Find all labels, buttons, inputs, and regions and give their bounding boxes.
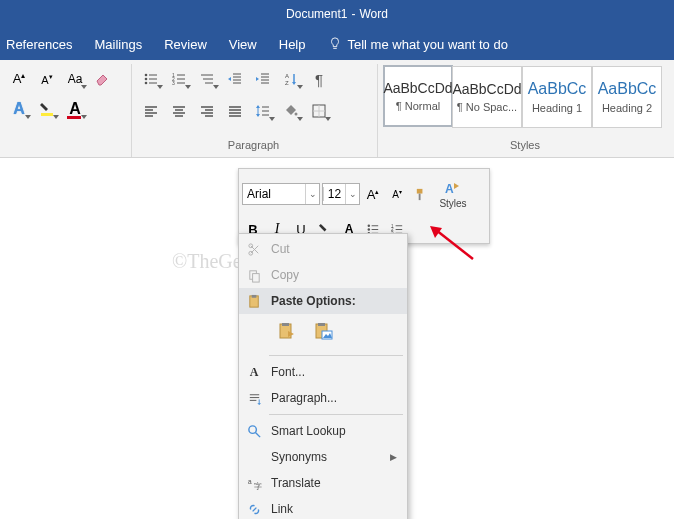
paragraph-icon (245, 389, 263, 407)
mini-font-size-combo[interactable]: 12 ⌄ (322, 183, 360, 205)
mini-styles-button[interactable]: A Styles (436, 172, 470, 216)
align-left-button[interactable] (138, 98, 164, 124)
title-separator: - (351, 7, 355, 21)
ctx-paragraph[interactable]: Paragraph... (239, 385, 407, 411)
svg-text:Z: Z (285, 80, 289, 86)
tab-references[interactable]: References (6, 37, 72, 52)
lightbulb-icon (328, 37, 342, 51)
ctx-paragraph-label: Paragraph... (271, 391, 397, 405)
svg-rect-23 (252, 273, 259, 281)
shrink-font-button[interactable]: A▾ (34, 66, 60, 92)
context-menu: Cut Copy Paste Options: A Font... Paragr… (238, 233, 408, 519)
mini-grow-font[interactable]: A▴ (362, 183, 384, 205)
multilevel-list-button[interactable] (194, 66, 220, 92)
svg-text:A: A (445, 182, 454, 196)
ctx-font[interactable]: A Font... (239, 359, 407, 385)
tab-review[interactable]: Review (164, 37, 207, 52)
svg-text:a: a (247, 477, 251, 484)
svg-point-14 (367, 228, 369, 230)
text-effects-button[interactable]: A (6, 96, 32, 122)
numbering-button[interactable]: 123 (166, 66, 192, 92)
mini-styles-label: Styles (439, 198, 466, 209)
clear-formatting-button[interactable] (90, 66, 116, 92)
app-name: Word (359, 7, 387, 21)
tell-me-search[interactable]: Tell me what you want to do (328, 37, 508, 52)
justify-button[interactable] (222, 98, 248, 124)
style-heading-2[interactable]: AaBbCc Heading 2 (592, 66, 662, 128)
align-center-button[interactable] (166, 98, 192, 124)
change-case-button[interactable]: Aa (62, 66, 88, 92)
style-caption: Heading 2 (602, 102, 652, 114)
chevron-down-icon: ⌄ (305, 184, 319, 204)
title-bar: Document1 - Word (0, 0, 674, 28)
chevron-right-icon: ▶ (390, 452, 397, 462)
grow-font-button[interactable]: A▴ (6, 66, 32, 92)
bullets-button[interactable] (138, 66, 164, 92)
ctx-separator (269, 414, 403, 415)
ctx-copy-label: Copy (271, 268, 397, 282)
decrease-indent-button[interactable] (222, 66, 248, 92)
eraser-icon (95, 71, 111, 87)
align-right-button[interactable] (194, 98, 220, 124)
document-area[interactable]: ©TheGeekPage.com Arial ⌄ 12 ⌄ A▴ A▾ A St… (0, 158, 674, 519)
style-normal[interactable]: AaBbCcDd ¶ Normal (383, 65, 453, 127)
clipboard-icon (245, 292, 263, 310)
style-caption: Heading 1 (532, 102, 582, 114)
svg-rect-0 (41, 113, 53, 116)
svg-text:字: 字 (253, 482, 261, 491)
ctx-translate[interactable]: a字 Translate (239, 470, 407, 496)
paintbrush-icon (414, 187, 429, 202)
ctx-smart-lookup[interactable]: Smart Lookup (239, 418, 407, 444)
blank-icon (245, 448, 263, 466)
numbering-icon: 123 (171, 71, 187, 87)
document-name: Document1 (286, 7, 347, 21)
tab-help[interactable]: Help (279, 37, 306, 52)
mini-font-name: Arial (243, 187, 305, 201)
svg-rect-27 (282, 323, 289, 326)
ribbon-group-paragraph: 123 AZ ¶ Paragraph (132, 64, 378, 157)
paste-keep-source[interactable] (273, 318, 301, 346)
tab-mailings[interactable]: Mailings (94, 37, 142, 52)
annotation-arrow (428, 224, 478, 264)
svg-point-31 (248, 425, 256, 433)
mini-shrink-font[interactable]: A▾ (386, 183, 408, 205)
style-sample: AaBbCc (528, 80, 587, 98)
ctx-link[interactable]: Link (239, 496, 407, 519)
styles-icon: A (444, 180, 462, 198)
show-marks-button[interactable]: ¶ (306, 66, 332, 92)
borders-icon (311, 103, 327, 119)
mini-format-painter[interactable] (410, 183, 432, 205)
svg-point-2 (145, 78, 148, 81)
style-caption: ¶ No Spac... (457, 101, 517, 113)
outdent-icon (227, 71, 243, 87)
bullets-icon (143, 71, 159, 87)
borders-button[interactable] (306, 98, 332, 124)
ctx-cut[interactable]: Cut (239, 236, 407, 262)
align-center-icon (171, 103, 187, 119)
font-color-button[interactable]: A (62, 96, 88, 122)
paragraph-group-label: Paragraph (138, 139, 369, 155)
sort-button[interactable]: AZ (278, 66, 304, 92)
increase-indent-button[interactable] (250, 66, 276, 92)
tab-view[interactable]: View (229, 37, 257, 52)
line-spacing-button[interactable] (250, 98, 276, 124)
font-icon: A (245, 363, 263, 381)
styles-group-label: Styles (384, 139, 666, 155)
mini-font-name-combo[interactable]: Arial ⌄ (242, 183, 320, 205)
ribbon: A▴ A▾ Aa A A (0, 60, 674, 158)
style-sample: AaBbCc (598, 80, 657, 98)
justify-icon (227, 103, 243, 119)
shading-button[interactable] (278, 98, 304, 124)
ribbon-tabs: References Mailings Review View Help Tel… (0, 28, 674, 60)
paste-picture[interactable] (309, 318, 337, 346)
font-group-label (6, 139, 123, 155)
ctx-synonyms[interactable]: Synonyms ▶ (239, 444, 407, 470)
highlight-button[interactable] (34, 96, 60, 122)
ctx-smart-label: Smart Lookup (271, 424, 397, 438)
scissors-icon (245, 240, 263, 258)
ctx-syn-label: Synonyms (271, 450, 382, 464)
style-no-spacing[interactable]: AaBbCcDd ¶ No Spac... (452, 66, 522, 128)
styles-gallery[interactable]: AaBbCcDd ¶ Normal AaBbCcDd ¶ No Spac... … (384, 66, 662, 128)
ctx-copy[interactable]: Copy (239, 262, 407, 288)
style-heading-1[interactable]: AaBbCc Heading 1 (522, 66, 592, 128)
